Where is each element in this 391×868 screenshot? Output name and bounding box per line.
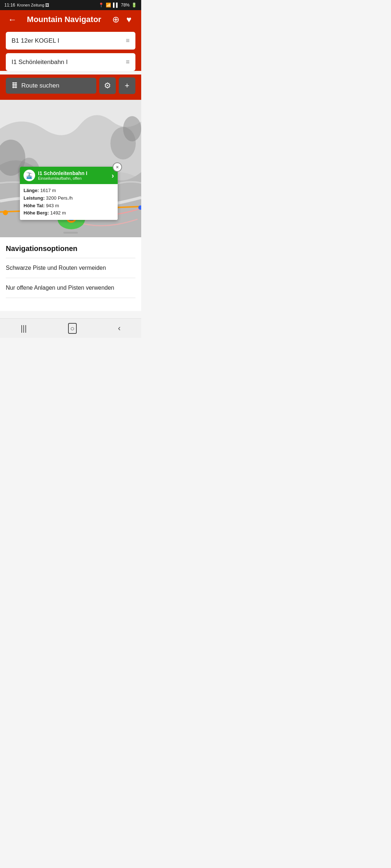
popup-title-area: I1 Schönleitenbahn I Einseilumlaufbahn, … [38,170,109,181]
popup-detail-hoehe-tal: Höhe Tal: 943 m [24,202,114,210]
popup-body: Länge: 1617 m Leistung: 3200 Pers./h Höh… [20,184,118,220]
add-icon: + [125,81,130,90]
popup-subtitle: Einseilumlaufbahn, offen [38,176,109,180]
add-button[interactable]: + [119,77,135,94]
route-search-button[interactable]: 🛤 Route suchen [6,78,96,94]
nav-option-1-label: Schwarze Piste und Routen vermeiden [6,265,106,271]
signal-icon: ▌▌ [113,3,119,8]
popup-detail-hoehe-berg: Höhe Berg: 1492 m [24,209,114,217]
bottom-nav-back[interactable]: ‹ [118,324,121,333]
route-icon: 🛤 [12,82,18,89]
status-bar: 11:16 Kronen Zeitung 🖼 📍 📶 ▌▌ 78% 🔋 [0,0,141,10]
search-field-2-value: I1 Schönleitenbahn I [12,59,126,66]
map-drag-handle[interactable] [63,232,78,234]
search-field-1[interactable]: B1 12er KOGEL I ≡ [6,32,135,50]
status-icons: 📍 📶 ▌▌ 78% 🔋 [98,3,137,8]
navigation-options-section: Navigationsoptionen Schwarze Piste und R… [0,237,141,311]
nav-options-title: Navigationsoptionen [6,244,135,253]
page-title: Mountain Navigator [19,15,109,24]
battery-label: 78% [121,3,130,8]
field-2-menu-icon: ≡ [126,58,130,66]
status-time-area: 11:16 Kronen Zeitung 🖼 [4,3,49,8]
search-area: B1 12er KOGEL I ≡ I1 Schönleitenbahn I ≡ [0,29,141,71]
settings-button[interactable]: ⚙ [99,77,116,94]
popup-detail-arrow[interactable]: › [112,171,114,180]
map-area[interactable]: 🚠 ⛷ × 🚠 I1 Schönleitenbahn I Einseilumla… [0,100,141,237]
nav-option-2[interactable]: Nur offene Anlagen und Pisten verwenden [6,278,135,298]
svg-point-13 [3,210,8,215]
settings-icon: ⚙ [104,81,111,90]
popup-name: I1 Schönleitenbahn I [38,170,109,176]
route-search-label: Route suchen [21,82,59,89]
popup-detail-laenge: Länge: 1617 m [24,187,114,195]
bottom-nav-bar: ||| ○ ‹ [0,318,141,338]
map-info-popup: × 🚠 I1 Schönleitenbahn I Einseilumlaufba… [20,167,118,220]
popup-header: 🚠 I1 Schönleitenbahn I Einseilumlaufbahn… [20,167,118,184]
route-bar: 🛤 Route suchen ⚙ + [0,75,141,100]
field-1-menu-icon: ≡ [126,37,130,44]
status-time: 11:16 [4,3,15,8]
back-button[interactable]: ← [6,14,19,25]
popup-close-button[interactable]: × [113,162,122,172]
svg-point-4 [123,116,141,141]
popup-gondola-icon: 🚠 [24,170,35,181]
location-status-icon: 📍 [98,3,104,8]
battery-icon: 🔋 [131,3,137,8]
nav-option-2-label: Nur offene Anlagen und Pisten verwenden [6,285,114,291]
status-app-icon: Kronen Zeitung 🖼 [17,3,49,7]
favorite-button[interactable]: ♥ [122,14,135,25]
popup-detail-leistung: Leistung: 3200 Pers./h [24,195,114,202]
bottom-nav-menu[interactable]: ||| [21,324,27,333]
search-field-1-value: B1 12er KOGEL I [12,37,126,44]
nav-option-1[interactable]: Schwarze Piste und Routen vermeiden [6,258,135,278]
nav-option-spacer [6,298,135,311]
app-header: ← Mountain Navigator ⊕ ♥ [0,10,141,29]
wifi-icon: 📶 [106,3,111,8]
bottom-nav-home[interactable]: ○ [68,324,77,333]
location-button[interactable]: ⊕ [109,14,122,25]
search-field-2[interactable]: I1 Schönleitenbahn I ≡ [6,53,135,71]
